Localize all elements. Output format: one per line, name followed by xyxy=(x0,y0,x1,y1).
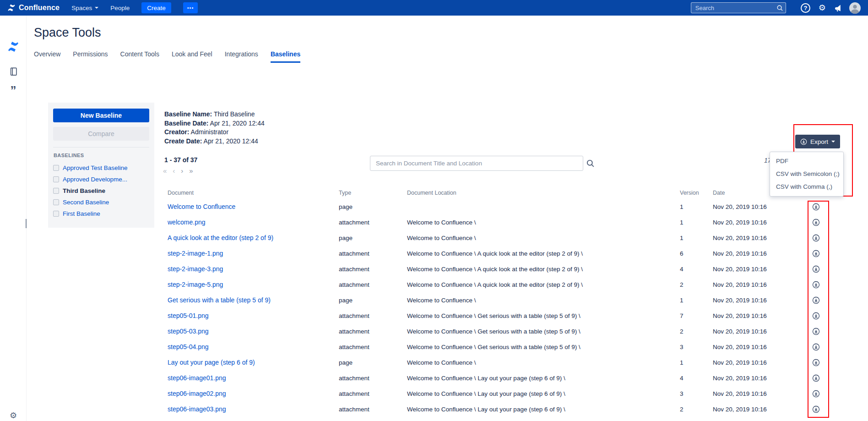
global-search-input[interactable] xyxy=(691,2,786,13)
document-link[interactable]: step-2-image-3.png xyxy=(168,265,339,273)
document-location: Welcome to Confluence \ Lay out your pag… xyxy=(407,390,680,397)
baseline-list-item[interactable]: Third Baseline xyxy=(53,185,149,197)
announcements-button[interactable] xyxy=(834,4,842,12)
confluence-logo[interactable]: Confluence xyxy=(7,4,60,12)
quote-blog-icon[interactable] xyxy=(0,84,27,96)
more-button[interactable]: ••• xyxy=(183,2,198,13)
baseline-checkbox[interactable] xyxy=(53,165,59,171)
document-link[interactable]: Welcome to Confluence xyxy=(168,203,339,210)
admin-settings-button[interactable] xyxy=(819,4,826,12)
download-document-button[interactable] xyxy=(812,374,820,382)
compare-button[interactable]: Compare xyxy=(53,127,149,141)
tab-look-and-feel[interactable]: Look and Feel xyxy=(172,50,212,63)
table-header-row: Document Type Document Location Version … xyxy=(168,187,831,199)
document-date: Nov 20, 2019 10:16 xyxy=(713,375,804,382)
download-document-button[interactable] xyxy=(812,219,820,226)
document-link[interactable]: step-2-image-5.png xyxy=(168,281,339,288)
document-link[interactable]: step06-image03.png xyxy=(168,405,339,413)
download-document-button[interactable] xyxy=(812,405,820,413)
space-settings-icon[interactable] xyxy=(0,410,27,421)
space-sidebar xyxy=(0,16,27,421)
nav-spaces[interactable]: Spaces xyxy=(71,5,98,11)
chevron-down-icon xyxy=(831,141,835,142)
download-icon xyxy=(812,328,820,335)
sidebar-resize-handle[interactable] xyxy=(26,219,27,228)
baseline-list-item[interactable]: Approved Test Baseline xyxy=(53,162,149,174)
tab-permissions[interactable]: Permissions xyxy=(73,50,108,63)
space-logo-icon[interactable] xyxy=(0,41,27,53)
search-icon[interactable] xyxy=(586,159,595,168)
download-document-button[interactable] xyxy=(812,234,820,242)
download-document-button[interactable] xyxy=(812,250,820,257)
baseline-list-item[interactable]: First Baseline xyxy=(53,208,149,219)
download-document-button[interactable] xyxy=(812,312,820,320)
help-button[interactable] xyxy=(801,3,810,13)
export-button[interactable]: Export xyxy=(795,135,840,148)
download-document-button[interactable] xyxy=(812,203,820,211)
download-document-button[interactable] xyxy=(812,281,820,289)
nav-people[interactable]: People xyxy=(110,5,130,11)
document-link[interactable]: Get serious with a table (step 5 of 9) xyxy=(168,296,339,304)
export-menu-item[interactable]: PDF xyxy=(770,155,843,168)
table-row: Lay out your page (step 6 of 9) page Wel… xyxy=(168,355,831,370)
download-icon xyxy=(812,219,820,226)
baseline-checkbox[interactable] xyxy=(53,211,59,217)
document-type: attachment xyxy=(339,375,407,382)
download-document-button[interactable] xyxy=(812,359,820,366)
download-document-button[interactable] xyxy=(812,265,820,273)
document-search-input[interactable] xyxy=(370,156,583,171)
document-location: Welcome to Confluence \ Get serious with… xyxy=(407,312,680,319)
tab-integrations[interactable]: Integrations xyxy=(225,50,258,63)
baseline-name-link[interactable]: Approved Test Baseline xyxy=(63,164,128,171)
document-type: page xyxy=(339,235,407,241)
document-link[interactable]: step06-image02.png xyxy=(168,390,339,397)
document-link[interactable]: step05-04.png xyxy=(168,343,339,350)
document-location: Welcome to Confluence \ Lay out your pag… xyxy=(407,375,680,382)
document-link[interactable]: welcome.png xyxy=(168,219,339,226)
baseline-checkbox[interactable] xyxy=(53,188,59,194)
baseline-name-link[interactable]: Second Baseline xyxy=(63,199,109,206)
baseline-name-link[interactable]: Approved Developme... xyxy=(63,176,127,183)
chevron-down-icon xyxy=(95,7,98,9)
download-document-button[interactable] xyxy=(812,343,820,351)
baseline-list-item[interactable]: Approved Developme... xyxy=(53,174,149,185)
user-avatar[interactable] xyxy=(849,2,861,14)
new-baseline-button[interactable]: New Baseline xyxy=(53,109,149,122)
tab-baselines[interactable]: Baselines xyxy=(271,50,300,63)
baseline-name-link[interactable]: Third Baseline xyxy=(63,187,105,194)
first-page-icon[interactable]: « xyxy=(163,167,167,175)
document-link[interactable]: A quick look at the editor (step 2 of 9) xyxy=(168,234,339,241)
document-link[interactable]: step05-03.png xyxy=(168,328,339,335)
document-date: Nov 20, 2019 10:16 xyxy=(713,281,804,288)
pages-icon[interactable] xyxy=(0,67,27,77)
download-document-button[interactable] xyxy=(812,328,820,335)
document-location: Welcome to Confluence \ Get serious with… xyxy=(407,344,680,350)
document-type: page xyxy=(339,297,407,304)
last-page-icon[interactable]: » xyxy=(189,167,193,175)
tab-overview[interactable]: Overview xyxy=(34,50,60,63)
create-button[interactable]: Create xyxy=(141,2,171,13)
document-link[interactable]: step-2-image-1.png xyxy=(168,250,339,257)
baseline-checkbox[interactable] xyxy=(53,199,59,205)
nav-spaces-label: Spaces xyxy=(71,5,92,11)
baseline-field: Baseline Date: Apr 21, 2020 12:44 xyxy=(164,119,265,128)
document-link[interactable]: step06-image01.png xyxy=(168,374,339,382)
next-page-icon[interactable]: › xyxy=(181,167,183,175)
download-document-button[interactable] xyxy=(812,390,820,398)
document-link[interactable]: Lay out your page (step 6 of 9) xyxy=(168,359,339,366)
export-menu-item[interactable]: CSV with Comma (,) xyxy=(770,180,843,193)
baseline-checkbox[interactable] xyxy=(53,176,59,182)
download-icon xyxy=(812,281,820,289)
column-header-type: Type xyxy=(339,190,407,196)
document-link[interactable]: step05-01.png xyxy=(168,312,339,319)
export-menu-item[interactable]: CSV with Semicolon (;) xyxy=(770,168,843,180)
document-type: attachment xyxy=(339,281,407,288)
baseline-name-link[interactable]: First Baseline xyxy=(63,210,100,217)
document-location: Welcome to Confluence \ xyxy=(407,297,680,304)
download-document-button[interactable] xyxy=(812,296,820,304)
baseline-list-item[interactable]: Second Baseline xyxy=(53,197,149,208)
document-date: Nov 20, 2019 10:16 xyxy=(713,250,804,257)
previous-page-icon[interactable]: ‹ xyxy=(173,167,175,175)
tab-content-tools[interactable]: Content Tools xyxy=(120,50,159,63)
search-icon[interactable] xyxy=(776,5,783,11)
